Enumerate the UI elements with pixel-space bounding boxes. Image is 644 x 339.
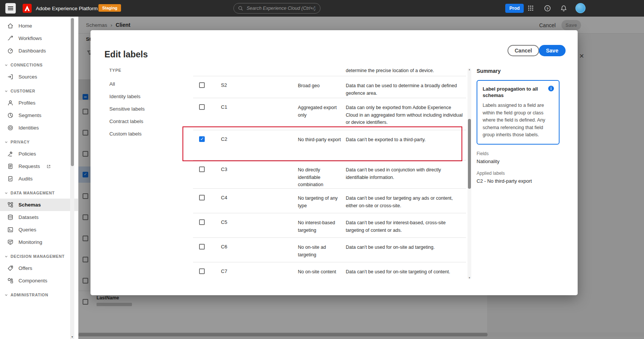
checkbox-C7[interactable] xyxy=(199,268,205,274)
filter-option-all[interactable]: All xyxy=(109,78,183,90)
sidebar-scrollbar-thumb[interactable] xyxy=(71,18,74,166)
components-icon xyxy=(7,277,14,284)
sidebar-item-identities[interactable]: Identities xyxy=(0,122,78,134)
applied-labels-value: C2 - No third-party export xyxy=(477,178,563,184)
clipped-description-text: determine the precise location of a devi… xyxy=(346,68,434,73)
label-row-S2[interactable]: S2 Broad geo Data that can be used to de… xyxy=(193,76,466,98)
search-input[interactable] xyxy=(246,5,316,11)
checkbox-C3[interactable] xyxy=(199,166,205,172)
sidebar-item-queries[interactable]: Queries xyxy=(0,223,78,236)
label-row-C7[interactable]: C7 No on-site content Data can't be used… xyxy=(193,262,466,279)
sidebar-item-label: Profiles xyxy=(18,100,35,106)
modal-save-button[interactable]: Save xyxy=(539,45,566,56)
label-name: No on-site content xyxy=(298,268,342,276)
schemas-icon xyxy=(7,202,14,208)
checkbox-C1[interactable] xyxy=(199,104,205,110)
sidebar-item-dashboards[interactable]: Dashboards xyxy=(0,45,78,57)
sidebar-scrollbar[interactable]: ▾ xyxy=(70,17,74,339)
hamburger-menu-button[interactable] xyxy=(5,3,16,14)
label-propagation-card: Label propagation to all schemas Labels … xyxy=(477,80,560,145)
sidebar-section-connections[interactable]: CONNECTIONS xyxy=(0,59,78,71)
fields-heading: Fields xyxy=(477,151,563,156)
label-name: No directly identifiable combination xyxy=(298,166,342,189)
global-search[interactable] xyxy=(233,3,320,14)
chevron-down-icon xyxy=(5,191,8,195)
labels-table-scrollbar[interactable]: ▴ ▾ xyxy=(468,68,471,279)
sidebar-item-datasets[interactable]: Datasets xyxy=(0,211,78,223)
apps-grid-button[interactable] xyxy=(527,5,534,12)
filter-option-contract[interactable]: Contract labels xyxy=(109,115,183,128)
sidebar-item-audits[interactable]: Audits xyxy=(0,173,78,185)
sidebar-section-administration[interactable]: ADMINISTRATION xyxy=(0,289,78,300)
filter-option-sensitive[interactable]: Sensitive labels xyxy=(109,103,183,115)
label-type-filter: TYPE All Identity labels Sensitive label… xyxy=(109,68,183,140)
sidebar-item-sources[interactable]: Sources xyxy=(0,71,78,83)
notifications-button[interactable] xyxy=(560,5,567,12)
notifications-bell-icon xyxy=(560,5,567,12)
filter-option-custom[interactable]: Custom labels xyxy=(109,128,183,140)
label-description: Data can't be used for on-site targeting… xyxy=(346,268,463,276)
label-row-C4[interactable]: C4 No targeting of any type Data can't b… xyxy=(193,189,466,213)
sidebar-section-privacy[interactable]: PRIVACY xyxy=(0,136,78,148)
checkbox-C6[interactable] xyxy=(199,244,205,250)
sidebar-item-label: Workflows xyxy=(18,35,42,41)
sidebar-item-label: Datasets xyxy=(18,214,38,220)
sidebar-item-label: Policies xyxy=(18,151,36,157)
scroll-down-icon[interactable]: ▾ xyxy=(70,335,74,339)
fields-value: Nationality xyxy=(477,159,563,164)
dashboards-icon xyxy=(7,48,14,54)
label-name: Broad geo xyxy=(298,82,342,90)
sidebar-item-segments[interactable]: Segments xyxy=(0,109,78,122)
help-button[interactable]: ? xyxy=(544,5,551,12)
checkbox-C5[interactable] xyxy=(199,219,205,225)
chevron-down-icon xyxy=(5,255,8,258)
label-row-C6[interactable]: C6 No on-site ad targeting Data can't be… xyxy=(193,238,466,262)
label-description: Data can't be used in conjunction with d… xyxy=(346,166,463,181)
profiles-icon xyxy=(7,100,14,106)
prod-environment-button[interactable]: Prod xyxy=(505,4,524,13)
environment-badge: Staging xyxy=(98,4,121,12)
chevron-down-icon xyxy=(5,89,8,93)
sidebar-item-offers[interactable]: Offers xyxy=(0,262,78,274)
sidebar-item-label: Dashboards xyxy=(18,48,46,54)
sidebar-item-workflows[interactable]: Workflows xyxy=(0,32,78,45)
highlight-annotation-rectangle xyxy=(182,126,462,161)
left-navigation: Home Workflows Dashboards CONNECTIONS So… xyxy=(0,17,78,339)
queries-icon xyxy=(7,227,14,233)
monitoring-icon xyxy=(7,239,14,245)
sidebar-item-label: Requests xyxy=(18,163,40,169)
summary-panel: Summary Label propagation to all schemas… xyxy=(477,68,563,184)
chevron-down-icon xyxy=(5,140,8,144)
sidebar-section-data-management[interactable]: DATA MANAGEMENT xyxy=(0,187,78,199)
sidebar-item-schemas[interactable]: Schemas xyxy=(0,199,78,211)
sidebar-item-label: Queries xyxy=(18,227,36,233)
sidebar-item-profiles[interactable]: Profiles xyxy=(0,97,78,109)
label-row-C5[interactable]: C5 No interest-based targeting Data can'… xyxy=(193,213,466,238)
policies-icon xyxy=(7,151,14,157)
label-row-C1[interactable]: C1 Aggregated export only Data can only … xyxy=(193,98,466,130)
sidebar-item-components[interactable]: Components xyxy=(0,274,78,287)
sidebar-item-requests[interactable]: Requests xyxy=(0,160,78,173)
sidebar-item-policies[interactable]: Policies xyxy=(0,148,78,160)
label-row-C3[interactable]: C3 No directly identifiable combination … xyxy=(193,160,466,189)
sidebar-item-label: Components xyxy=(18,278,48,284)
info-icon[interactable] xyxy=(548,85,554,93)
scroll-down-icon[interactable]: ▾ xyxy=(468,276,471,279)
sidebar-item-home[interactable]: Home xyxy=(0,20,78,32)
user-avatar[interactable] xyxy=(575,3,586,13)
sidebar-item-label: Monitoring xyxy=(18,239,42,245)
sidebar-item-monitoring[interactable]: Monitoring xyxy=(0,236,78,248)
labels-table-scrollbar-thumb[interactable] xyxy=(468,119,471,189)
home-icon xyxy=(7,23,14,29)
sidebar-section-decision-management[interactable]: DECISION MANAGEMENT xyxy=(0,251,78,262)
sidebar-section-customer[interactable]: CUSTOMER xyxy=(0,85,78,97)
modal-cancel-button[interactable]: Cancel xyxy=(508,45,539,56)
checkbox-S2[interactable] xyxy=(199,82,205,88)
checkbox-C4[interactable] xyxy=(199,195,205,200)
scroll-up-icon[interactable]: ▴ xyxy=(468,68,471,71)
sidebar-section-title: DATA MANAGEMENT xyxy=(11,191,55,195)
sidebar-section-title: DECISION MANAGEMENT xyxy=(11,254,64,259)
edit-labels-modal: Edit labels Cancel Save TYPE All Identit… xyxy=(90,30,578,295)
filter-option-identity[interactable]: Identity labels xyxy=(109,90,183,103)
label-name: No on-site ad targeting xyxy=(298,244,342,259)
